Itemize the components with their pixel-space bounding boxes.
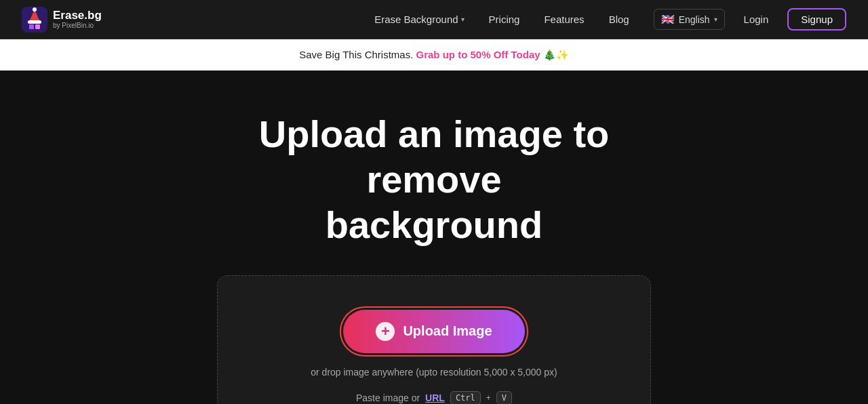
hero-title: Upload an image to remove background bbox=[214, 111, 654, 248]
v-key-badge: V bbox=[496, 391, 512, 404]
nav-features[interactable]: Features bbox=[544, 14, 584, 25]
logo[interactable]: Erase.bg by PixelBin.io bbox=[22, 7, 102, 33]
upload-button[interactable]: + Upload Image bbox=[343, 310, 524, 353]
language-selector[interactable]: 🇬🇧 English ▾ bbox=[654, 9, 725, 30]
svg-point-3 bbox=[33, 7, 37, 12]
nav-actions: 🇬🇧 English ▾ Login Signup bbox=[654, 8, 846, 31]
login-button[interactable]: Login bbox=[736, 9, 777, 29]
svg-rect-4 bbox=[29, 24, 34, 29]
svg-rect-2 bbox=[28, 20, 41, 24]
svg-rect-5 bbox=[35, 24, 40, 29]
logo-title: Erase.bg bbox=[53, 9, 102, 22]
flag-icon: 🇬🇧 bbox=[661, 13, 675, 26]
upload-button-wrapper: + Upload Image bbox=[343, 310, 524, 353]
ctrl-key-badge: Ctrl bbox=[450, 391, 481, 404]
logo-icon bbox=[22, 7, 47, 33]
nav-blog[interactable]: Blog bbox=[609, 14, 629, 25]
lang-chevron-icon: ▾ bbox=[714, 16, 717, 23]
navbar: Erase.bg by PixelBin.io Erase Background… bbox=[0, 0, 868, 39]
nav-erase-bg[interactable]: Erase Background ▾ bbox=[374, 14, 464, 25]
plus-circle-icon: + bbox=[376, 322, 395, 341]
paste-row: Paste image or URL Ctrl + V bbox=[356, 391, 512, 404]
logo-subtitle: by PixelBin.io bbox=[53, 22, 102, 29]
hero-section: Upload an image to remove background + U… bbox=[0, 70, 868, 404]
signup-button[interactable]: Signup bbox=[787, 8, 846, 31]
promo-link[interactable]: Grab up to 50% Off Today bbox=[416, 49, 540, 60]
plus-separator: + bbox=[486, 393, 491, 403]
url-link[interactable]: URL bbox=[425, 392, 445, 403]
promo-banner: Save Big This Christmas. Grab up to 50% … bbox=[0, 39, 868, 70]
upload-card: + Upload Image or drop image anywhere (u… bbox=[217, 275, 651, 404]
chevron-down-icon: ▾ bbox=[461, 16, 465, 23]
drop-hint-text: or drop image anywhere (upto resolution … bbox=[311, 367, 557, 378]
nav-pricing[interactable]: Pricing bbox=[489, 14, 520, 25]
nav-links: Erase Background ▾ Pricing Features Blog bbox=[374, 14, 629, 25]
